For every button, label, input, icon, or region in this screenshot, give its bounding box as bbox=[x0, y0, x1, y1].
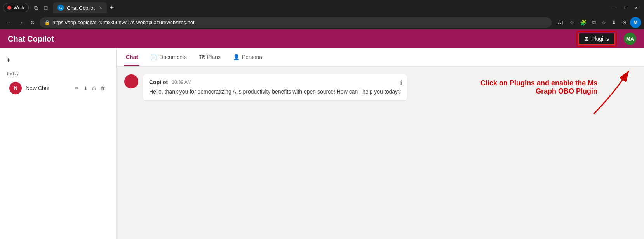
list-item[interactable]: N New Chat ✏ ⬇ ⎙ 🗑 bbox=[3, 79, 113, 97]
tab-favicon-icon: C bbox=[57, 5, 64, 11]
plugins-grid-icon: ⊞ bbox=[584, 36, 589, 42]
favorites-bar-icon[interactable]: ☆ bbox=[599, 18, 609, 27]
tab-documents[interactable]: 📄 Documents bbox=[149, 49, 188, 66]
messages-area: Copilot 10:39 AM ℹ Hello, thank you for … bbox=[117, 67, 644, 239]
sidebar-section-today: Today bbox=[0, 68, 116, 78]
browser-chrome: Work ⧉ □ C Chat Copilot × + — □ × bbox=[0, 0, 644, 16]
browser-tab-copilot[interactable]: C Chat Copilot × bbox=[53, 2, 107, 13]
favorite-icon[interactable]: ☆ bbox=[567, 18, 577, 27]
download-chat-btn[interactable]: ⬇ bbox=[82, 85, 89, 92]
plans-icon: 🗺 bbox=[199, 54, 205, 60]
nav-refresh-btn[interactable]: ↻ bbox=[28, 18, 37, 27]
tab-persona[interactable]: 👤 Persona bbox=[231, 49, 264, 66]
browser-settings-icon[interactable]: ⚙ bbox=[620, 18, 629, 27]
plugins-highlight-border: ⊞ Plugins bbox=[576, 31, 617, 47]
window-minimize-btn[interactable]: — bbox=[609, 3, 620, 12]
browser-toolbar: A↕ ☆ 🧩 ⧉ ☆ ⬇ ⚙ M bbox=[555, 17, 641, 28]
copilot-avatar bbox=[124, 74, 138, 88]
tab-chat-label: Chat bbox=[126, 54, 138, 60]
browser-extension-icon[interactable]: 🧩 bbox=[578, 18, 589, 27]
message-header: Copilot 10:39 AM bbox=[149, 79, 401, 85]
message-row: Copilot 10:39 AM ℹ Hello, thank you for … bbox=[124, 74, 636, 100]
browser-profile-icon[interactable]: M bbox=[630, 17, 641, 28]
delete-chat-btn[interactable]: 🗑 bbox=[99, 85, 107, 92]
tab-add-btn[interactable]: + bbox=[107, 4, 117, 12]
tab-close-btn[interactable]: × bbox=[99, 5, 102, 10]
chat-area: Chat 📄 Documents 🗺 Plans 👤 Persona bbox=[117, 48, 644, 239]
new-tab-btn[interactable]: □ bbox=[42, 3, 50, 12]
chat-item-actions: ✏ ⬇ ⎙ 🗑 bbox=[73, 85, 107, 92]
message-info-btn[interactable]: ℹ bbox=[400, 79, 402, 87]
window-close-btn[interactable]: × bbox=[632, 3, 641, 12]
window-controls: — □ × bbox=[609, 3, 641, 12]
tab-persona-label: Persona bbox=[242, 54, 262, 60]
work-label: Work bbox=[14, 5, 24, 10]
header-right: ⊞ Plugins MA bbox=[576, 31, 636, 47]
app-container: Chat Copilot ⊞ Plugins MA + Today N New … bbox=[0, 29, 644, 239]
address-bar-row: ← → ↻ 🔒 https://app-copichat-42mxk5unvvu… bbox=[0, 16, 644, 29]
translate-icon[interactable]: A↕ bbox=[555, 18, 566, 27]
tab-chat[interactable]: Chat bbox=[124, 49, 139, 66]
documents-icon: 📄 bbox=[150, 54, 157, 60]
edit-chat-btn[interactable]: ✏ bbox=[73, 85, 80, 92]
persona-icon: 👤 bbox=[233, 54, 240, 60]
message-text: Hello, thank you for democratizing AI's … bbox=[149, 88, 401, 96]
split-screen-icon[interactable]: ⧉ bbox=[590, 17, 598, 27]
lock-icon: 🔒 bbox=[44, 20, 50, 25]
app-tab-bar: Chat 📄 Documents 🗺 Plans 👤 Persona bbox=[117, 48, 644, 67]
tab-stack-btn[interactable]: ⧉ bbox=[32, 3, 40, 13]
work-dot-icon bbox=[7, 6, 11, 10]
tab-documents-label: Documents bbox=[159, 54, 187, 60]
window-maximize-btn[interactable]: □ bbox=[621, 3, 630, 12]
nav-back-btn[interactable]: ← bbox=[3, 18, 13, 27]
nav-forward-btn[interactable]: → bbox=[16, 18, 26, 27]
message-time: 10:39 AM bbox=[172, 80, 191, 85]
tab-bar: C Chat Copilot × + bbox=[53, 2, 606, 13]
app-header: Chat Copilot ⊞ Plugins MA bbox=[0, 29, 644, 48]
tab-plans-label: Plans bbox=[207, 54, 221, 60]
message-bubble: Copilot 10:39 AM ℹ Hello, thank you for … bbox=[143, 74, 407, 100]
plugins-button[interactable]: ⊞ Plugins bbox=[578, 33, 615, 45]
url-text: https://app-copichat-42mxk5unvvu7s-webap… bbox=[52, 19, 195, 25]
downloads-icon[interactable]: ⬇ bbox=[609, 18, 619, 27]
app-title: Chat Copilot bbox=[8, 35, 54, 43]
user-avatar[interactable]: MA bbox=[624, 33, 636, 45]
work-pill[interactable]: Work bbox=[3, 3, 29, 12]
sidebar: + Today N New Chat ✏ ⬇ ⎙ 🗑 bbox=[0, 48, 117, 239]
main-content: + Today N New Chat ✏ ⬇ ⎙ 🗑 Chat bbox=[0, 48, 644, 239]
chat-avatar: N bbox=[9, 82, 22, 94]
tab-title: Chat Copilot bbox=[67, 5, 95, 11]
address-bar[interactable]: 🔒 https://app-copichat-42mxk5unvvu7s-web… bbox=[40, 17, 552, 28]
add-icon: + bbox=[6, 56, 11, 65]
tab-plans[interactable]: 🗺 Plans bbox=[198, 49, 222, 66]
share-chat-btn[interactable]: ⎙ bbox=[91, 85, 97, 92]
chat-item-name: New Chat bbox=[26, 85, 69, 91]
sidebar-add-btn[interactable]: + bbox=[0, 53, 116, 68]
user-initials: MA bbox=[626, 36, 634, 42]
plugins-label: Plugins bbox=[591, 36, 609, 42]
message-sender: Copilot bbox=[149, 79, 168, 85]
